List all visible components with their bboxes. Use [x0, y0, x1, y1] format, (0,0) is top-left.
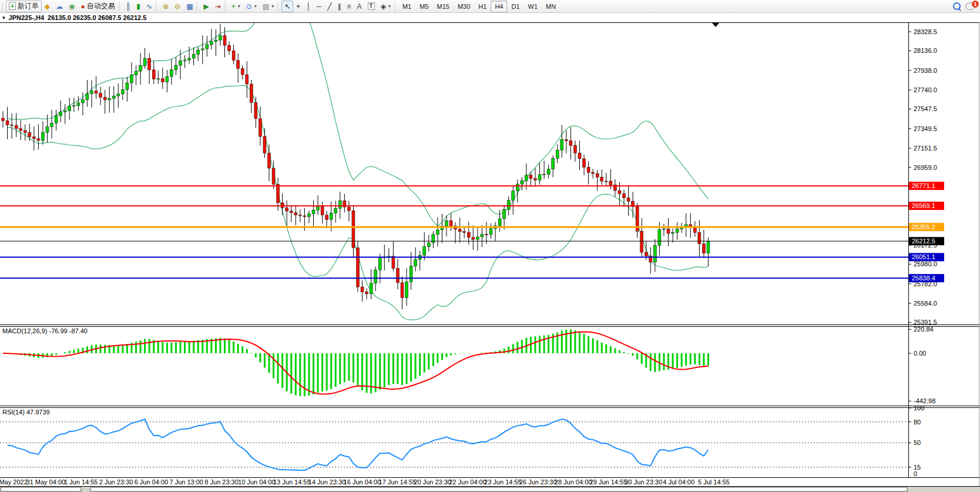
- fibonacci-button[interactable]: ≡: [344, 1, 354, 12]
- signals-icon: ◉: [69, 3, 75, 10]
- time-tick-label: 22 Jun 04:00: [449, 478, 486, 486]
- toolbar-grip: [156, 2, 158, 11]
- time-tick-label: 14 Jun 23:30: [308, 478, 346, 486]
- horizontal-line-icon: ─: [317, 3, 322, 10]
- price-badge-label: 26051.1: [912, 253, 935, 260]
- macd-tick-label: 0.00: [914, 350, 926, 357]
- zoom-in-icon: ⊕: [163, 3, 169, 10]
- text-label-icon: T: [368, 2, 375, 10]
- zoom-in-button[interactable]: ⊕: [160, 1, 172, 12]
- timeframe-m30[interactable]: M30: [454, 1, 474, 12]
- chart-shift-icon: ⇥: [215, 3, 221, 10]
- tile-windows-icon: ▦: [186, 3, 193, 10]
- auto-trading-label: 自动交易: [87, 1, 115, 11]
- crosshair-button[interactable]: +: [293, 1, 303, 12]
- chat-icon[interactable]: 1: [965, 2, 975, 10]
- text-icon: A: [357, 3, 362, 10]
- price-tick-label: 25391.5: [914, 319, 937, 326]
- tile-windows-button[interactable]: ▦: [183, 1, 196, 12]
- line-chart-button[interactable]: ∿: [143, 1, 155, 12]
- arrows-icon: ◈: [381, 3, 386, 10]
- templates-button[interactable]: ▤▾: [260, 1, 277, 12]
- trend-line-button[interactable]: ╱: [324, 1, 334, 12]
- indicators-button[interactable]: +▾: [229, 1, 243, 12]
- cursor-button[interactable]: ↖: [281, 1, 293, 12]
- timeframe-m5[interactable]: M5: [415, 1, 432, 12]
- main-toolbar: +新订单◆☁◉●自动交易║▮∿⊕⊖▦▶⇥+▾⊙▾▤▾↖+│─╱∥≡AT◈▾M1M…: [0, 0, 980, 13]
- time-axis[interactable]: 9 May 202231 May 04:001 Jun 14:552 Jun 2…: [0, 478, 730, 486]
- chart-title-row: ▾ JPN225-,H4 26135.0 26235.0 26087.5 262…: [0, 13, 980, 22]
- equidistant-channel-button[interactable]: ∥: [335, 1, 344, 12]
- chevron-down-icon: ▾: [254, 4, 257, 9]
- timeframe-h4[interactable]: H4: [491, 1, 507, 12]
- scrollbar-thumb[interactable]: [90, 487, 907, 491]
- gold-icon: ◆: [45, 3, 50, 10]
- macd-tick-label: 220.84: [914, 326, 934, 333]
- toolbar-grip: [196, 2, 199, 11]
- time-tick-label: 13 Jun 14:55: [273, 478, 311, 486]
- timeframe-m15[interactable]: M15: [433, 1, 454, 12]
- horizontal-line-button[interactable]: ─: [314, 1, 325, 12]
- price-tick-label: 27151.5: [914, 145, 937, 152]
- notification-badge: 1: [972, 1, 979, 8]
- time-tick-label: 17 Jun 14:55: [379, 478, 417, 486]
- rsi-tick-label: 0: [914, 470, 917, 477]
- indicators-icon: +: [231, 3, 236, 10]
- vertical-line-button[interactable]: │: [303, 1, 314, 12]
- timeframe-d1[interactable]: D1: [507, 1, 523, 12]
- trend-line-icon: ╱: [327, 3, 331, 10]
- new-order-button[interactable]: +新订单: [6, 1, 42, 12]
- arrows-button[interactable]: ◈▾: [378, 1, 394, 12]
- time-tick-label: 30 Jun 23:30: [625, 478, 662, 486]
- chart-symbol-period: JPN225-,H4: [9, 14, 45, 21]
- toolbar-grip: [224, 2, 227, 11]
- one-click-collapse-arrow[interactable]: ▾: [2, 15, 5, 21]
- time-tick-label: 29 Jun 14:55: [590, 478, 627, 486]
- equidistant-channel-icon: ∥: [338, 3, 341, 10]
- text-label-button[interactable]: T: [365, 1, 378, 12]
- horizontal-scrollbar[interactable]: [0, 487, 980, 492]
- text-button[interactable]: A: [354, 1, 365, 12]
- candlestick-chart-button[interactable]: ▮: [133, 1, 143, 12]
- toolbar-grip: [119, 2, 121, 11]
- price-badge-label: 26569.1: [912, 202, 935, 209]
- time-tick-label: 10 Jun 04:00: [238, 478, 276, 486]
- rsi-tick-label: 100: [914, 404, 924, 411]
- time-tick-label: 4 Jul 04:00: [663, 478, 694, 486]
- rsi-tick-label: 80: [914, 419, 921, 426]
- zoom-out-button[interactable]: ⊖: [172, 1, 183, 12]
- new-order-icon: +: [9, 2, 16, 10]
- community-button[interactable]: ☁: [53, 1, 66, 12]
- price-tick-label: 25980.0: [914, 260, 937, 267]
- timeframe-mn[interactable]: MN: [542, 1, 560, 12]
- toolbar-grip: [2, 2, 4, 11]
- timeframe-m1[interactable]: M1: [398, 1, 415, 12]
- timeframe-w1[interactable]: W1: [524, 1, 542, 12]
- periods-button[interactable]: ⊙▾: [243, 1, 260, 12]
- templates-icon: ▤: [263, 3, 269, 10]
- bar-chart-button[interactable]: ║: [123, 1, 134, 12]
- timeframe-h1[interactable]: H1: [474, 1, 491, 12]
- macd-tick-label: -442.98: [914, 397, 935, 404]
- price-tick-label: 28328.5: [914, 28, 937, 35]
- price-badge-label: 26355.2: [912, 223, 935, 230]
- rsi-tick-label: 15: [914, 464, 921, 471]
- time-tick-label: 31 May 04:00: [26, 478, 66, 486]
- gold-button[interactable]: ◆: [42, 1, 53, 12]
- time-tick-label: 9 May 2022: [0, 478, 28, 486]
- time-tick-label: 20 Jun 23:30: [414, 478, 451, 486]
- periods-icon: ⊙: [246, 3, 252, 10]
- toolbar-grip: [394, 2, 397, 11]
- vertical-line-icon: │: [306, 3, 311, 10]
- auto-scroll-button[interactable]: ▶: [200, 1, 212, 12]
- price-chart[interactable]: 28328.528136.027938.027740.027547.527349…: [0, 22, 980, 492]
- crosshair-icon: +: [296, 3, 300, 10]
- chart-shift-button[interactable]: ⇥: [212, 1, 224, 12]
- signals-button[interactable]: ◉: [66, 1, 78, 12]
- scrollbar-left-box[interactable]: [1, 487, 81, 491]
- search-icon[interactable]: [953, 2, 961, 10]
- toolbar-right-group: 1: [953, 2, 979, 10]
- auto-trading-button[interactable]: ●自动交易: [78, 1, 118, 12]
- new-order-label: 新订单: [18, 1, 39, 11]
- community-icon: ☁: [56, 3, 63, 10]
